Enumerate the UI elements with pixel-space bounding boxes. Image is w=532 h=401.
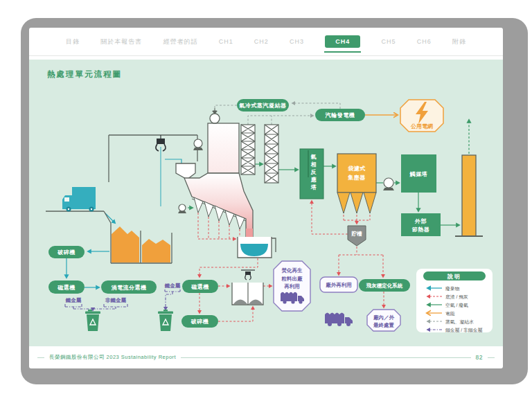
footer-company: 長榮鋼鐵股份有限公司 2023 Sustainability Report [49, 354, 176, 361]
baghouse-node: 袋濾式 集塵器 [337, 154, 376, 213]
svg-text:集塵器: 集塵器 [347, 175, 366, 181]
tab-about[interactable]: 關於本報告書 [100, 37, 142, 46]
turbine-label: 汽輪發電機 [325, 112, 355, 118]
feed-chute [176, 163, 195, 179]
garbage-truck-icon [62, 187, 96, 212]
tab-toc[interactable]: 目錄 [66, 37, 80, 46]
tab-ch5[interactable]: CH5 [381, 38, 396, 45]
footer-divider [488, 357, 495, 358]
tab-appendix[interactable]: 附錄 [452, 37, 466, 46]
svg-text:空氣 / 廢氣: 空氣 / 廢氣 [445, 303, 468, 308]
svg-text:蒸氣、凝結水: 蒸氣、凝結水 [445, 319, 474, 325]
chapter-nav: 目錄 關於本報告書 經營者的話 CH1 CH2 CH3 CH4 CH5 CH6 … [29, 28, 503, 56]
svg-text:底渣 / 飛灰: 底渣 / 飛灰 [445, 294, 468, 300]
legend-box: 說明 廢棄物 底渣 / 飛灰 空氣 / 廢氣 電能 蒸氣、凝結水 鐵金屬 / 非… [416, 269, 493, 332]
reaction-tower-node: 氣 相 反 應 塔 [300, 149, 323, 199]
svg-text:再利用: 再利用 [283, 283, 300, 289]
page-footer: 長榮鋼鐵股份有限公司 2023 Sustainability Report 82 [29, 346, 503, 368]
svg-text:節熱器: 節熱器 [411, 226, 430, 233]
legend-title: 說明 [447, 274, 461, 280]
svg-text:袋濾式: 袋濾式 [348, 166, 366, 172]
stack-node [455, 155, 483, 236]
waste-pile-left [112, 226, 139, 262]
svg-text:最終處置: 最終處置 [373, 322, 395, 328]
footer-divider [181, 357, 470, 358]
report-page: 目錄 關於本報告書 經營者的話 CH1 CH2 CH3 CH4 CH5 CH6 … [29, 28, 503, 368]
bottom-ash-pit [232, 270, 263, 305]
recycle-bin-icon [158, 310, 173, 331]
svg-text:氣: 氣 [310, 154, 317, 160]
recycle-bin-icon [85, 310, 100, 331]
magnet2-label: 磁選機 [190, 283, 209, 290]
eddy-label: 渦電流分選機 [112, 284, 147, 291]
svg-text:反: 反 [310, 169, 317, 175]
waste-pile-right [142, 239, 170, 262]
tab-message[interactable]: 經營者的話 [163, 37, 197, 46]
svg-text:焚化再生: 焚化再生 [281, 267, 303, 274]
ferrous1-label: 鐵金屬 [65, 297, 82, 303]
svg-text:相: 相 [310, 161, 317, 168]
combustion-chamber [184, 173, 253, 238]
svg-text:觸媒塔: 觸媒塔 [409, 171, 428, 177]
quench-basin [238, 229, 276, 258]
economizer-node: 外部 節熱器 [401, 213, 441, 236]
svg-text:廢棄物: 廢棄物 [445, 286, 460, 292]
tab-ch6[interactable]: CH6 [417, 38, 432, 45]
svg-text:鐵金屬 / 非鐵金屬: 鐵金屬 / 非鐵金屬 [445, 328, 482, 332]
tab-ch4-active[interactable]: CH4 [325, 35, 360, 48]
boiler-pass-columns [241, 125, 278, 183]
diagram-canvas: 熱處理單元流程圖 [29, 60, 503, 346]
ferrous2-label: 鐵金屬 [164, 283, 181, 289]
public-grid-node: 公用電網 [400, 100, 443, 132]
svg-text:粒料出廠: 粒料出廠 [281, 276, 303, 282]
svg-text:廠內／外: 廠內／外 [373, 314, 395, 321]
svg-text:電能: 電能 [445, 311, 455, 317]
tab-ch2[interactable]: CH2 [254, 38, 269, 45]
svg-text:外部: 外部 [414, 218, 427, 224]
public-grid-label: 公用電網 [410, 123, 433, 130]
nonferrous1-label: 非鐵金屬 [105, 297, 127, 303]
flyash-label: 飛灰穩定化系統 [366, 283, 403, 289]
process-flow-diagram: 氣冷式蒸汽凝結器 汽輪發電機 公用電網 氣 相 反 應 塔 [29, 60, 503, 346]
bottom-pump-icon [178, 204, 186, 213]
crusher2-label: 破碎機 [190, 319, 209, 325]
dump-truck-icon [325, 313, 353, 327]
tab-ch3[interactable]: CH3 [290, 38, 304, 45]
recycled-aggregate-node: 焚化再生 粒料出廠 再利用 [274, 261, 310, 311]
magnet1-label: 磁選機 [57, 284, 76, 291]
feedwater-pump-icon [193, 139, 203, 150]
storage-silo-node: 貯槽 [348, 226, 366, 246]
offsite-reuse-node: 廠外再利用 [320, 277, 357, 292]
footer-divider [37, 357, 44, 358]
crusher1-label: 破碎機 [57, 249, 76, 256]
svg-text:貯槽: 貯槽 [351, 231, 363, 237]
condenser-label: 氣冷式蒸汽凝結器 [239, 103, 287, 109]
steam-drum-icon [210, 108, 220, 123]
id-fan-pump-icon [383, 178, 394, 190]
svg-text:廠外再利用: 廠外再利用 [325, 282, 352, 288]
page-number: 82 [476, 354, 483, 361]
catalyst-tower-node: 觸媒塔 [401, 154, 436, 193]
furnace-riser [208, 123, 239, 173]
tab-ch1[interactable]: CH1 [219, 38, 233, 45]
final-disposal-node: 廠內／外 最終處置 [367, 310, 400, 331]
svg-text:應: 應 [310, 176, 317, 183]
svg-text:塔: 塔 [310, 184, 317, 190]
